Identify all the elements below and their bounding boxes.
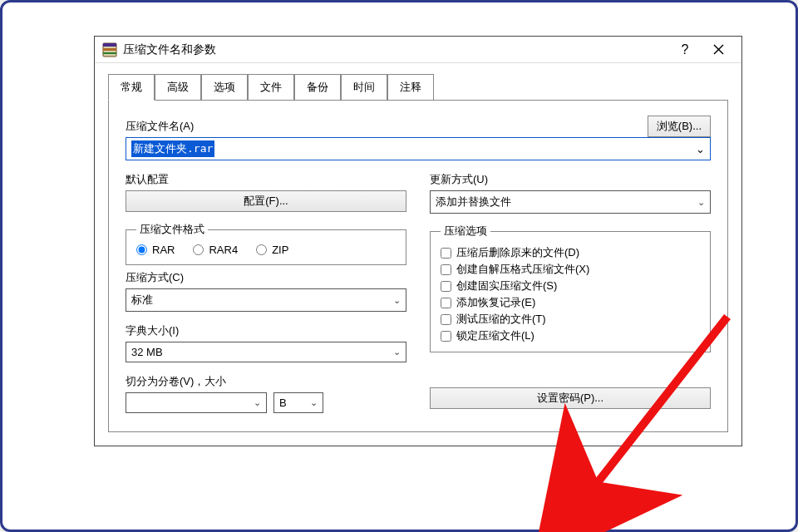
format-rar4[interactable]: RAR4 [193,244,238,256]
close-icon [713,44,724,55]
svg-rect-2 [103,48,116,51]
svg-rect-1 [103,43,116,47]
option-recovery[interactable]: 添加恢复记录(E) [441,295,700,310]
option-solid-checkbox[interactable] [441,281,451,292]
chevron-down-icon: ⌄ [697,197,705,208]
option-test[interactable]: 测试压缩的文件(T) [441,312,700,327]
chevron-down-icon: ⌄ [393,347,401,357]
split-unit-combo[interactable]: B ⌄ [273,392,323,413]
format-zip-radio[interactable] [256,244,267,255]
right-column: 更新方式(U) 添加并替换文件 ⌄ 压缩选项 压缩后删除原来的文件(D) [430,169,711,413]
format-group-label: 压缩文件格式 [136,222,208,237]
tab-files[interactable]: 文件 [248,74,294,101]
profiles-button[interactable]: 配置(F)... [126,190,406,212]
format-rar[interactable]: RAR [136,244,175,256]
outer-frame: 压缩文件名和参数 ? 常规 高级 选项 文件 备份 时间 注释 压缩文件名(A)… [0,0,798,532]
archive-name-value: 新建文件夹.rar [131,140,214,157]
window-title: 压缩文件名和参数 [123,42,668,57]
tab-options[interactable]: 选项 [201,74,248,101]
option-sfx[interactable]: 创建自解压格式压缩文件(X) [441,262,700,277]
archive-name-label: 压缩文件名(A) [126,119,648,134]
method-combo[interactable]: 标准 ⌄ [126,288,406,312]
chevron-down-icon: ⌄ [696,143,705,155]
dict-label: 字典大小(I) [126,323,406,338]
split-label: 切分为分卷(V)，大小 [126,374,406,389]
tab-comment[interactable]: 注释 [387,74,434,101]
option-lock[interactable]: 锁定压缩文件(L) [441,328,700,343]
chevron-down-icon: ⌄ [310,397,318,408]
option-delete-after-checkbox[interactable] [441,248,451,259]
format-zip[interactable]: ZIP [256,244,288,256]
method-label: 压缩方式(C) [126,270,406,285]
option-test-checkbox[interactable] [441,314,451,325]
option-lock-checkbox[interactable] [441,331,451,342]
option-recovery-checkbox[interactable] [441,298,451,308]
dialog-window: 压缩文件名和参数 ? 常规 高级 选项 文件 备份 时间 注释 压缩文件名(A)… [94,36,742,446]
titlebar: 压缩文件名和参数 ? [95,37,741,63]
tab-backup[interactable]: 备份 [294,74,341,101]
tab-panel-general: 压缩文件名(A) 浏览(B)... 新建文件夹.rar ⌄ 默认配置 配置(F)… [108,100,728,432]
update-mode-label: 更新方式(U) [430,172,711,187]
split-size-combo[interactable]: ⌄ [126,392,267,413]
browse-button[interactable]: 浏览(B)... [648,116,711,137]
dict-combo[interactable]: 32 MB ⌄ [126,342,406,362]
tab-general[interactable]: 常规 [108,74,155,101]
tab-time[interactable]: 时间 [341,74,387,101]
tab-strip: 常规 高级 选项 文件 备份 时间 注释 [108,73,728,100]
dict-value: 32 MB [131,346,163,358]
tab-advanced[interactable]: 高级 [155,74,201,101]
close-button[interactable] [702,38,735,62]
svg-rect-3 [103,52,116,54]
options-group-label: 压缩选项 [441,224,490,239]
chevron-down-icon: ⌄ [254,397,261,408]
winrar-icon [101,42,118,58]
chevron-down-icon: ⌄ [393,295,401,306]
help-button[interactable]: ? [668,38,702,62]
method-value: 标准 [131,293,153,308]
options-group: 压缩选项 压缩后删除原来的文件(D) 创建自解压格式压缩文件(X) [430,224,711,352]
update-mode-combo[interactable]: 添加并替换文件 ⌄ [430,190,711,214]
set-password-button[interactable]: 设置密码(P)... [430,387,711,409]
format-rar4-radio[interactable] [193,244,204,255]
archive-name-input[interactable]: 新建文件夹.rar ⌄ [126,137,711,160]
format-rar-radio[interactable] [136,244,147,255]
option-solid[interactable]: 创建固实压缩文件(S) [441,278,700,293]
format-group: 压缩文件格式 RAR RAR4 [126,222,406,265]
option-sfx-checkbox[interactable] [441,264,451,275]
default-profile-label: 默认配置 [126,172,406,187]
split-unit-value: B [279,397,287,409]
update-mode-value: 添加并替换文件 [436,195,511,209]
left-column: 默认配置 配置(F)... 压缩文件格式 RAR RAR4 [126,169,406,413]
option-delete-after[interactable]: 压缩后删除原来的文件(D) [441,245,700,260]
